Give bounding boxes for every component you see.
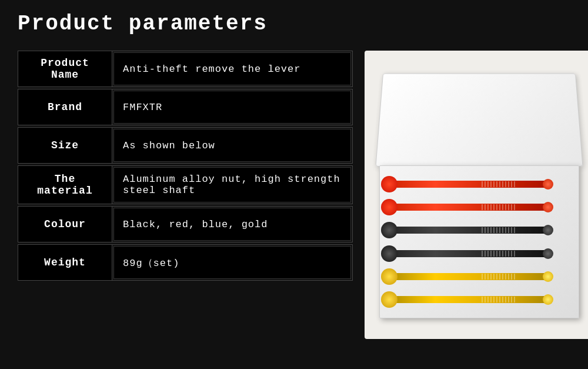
page-title: Product parameters — [18, 12, 570, 36]
lever-row-red — [386, 175, 573, 193]
image-section — [365, 51, 588, 357]
lever-row-red2 — [386, 198, 573, 216]
label-cell-weight: Weight — [18, 245, 112, 280]
lever-black2 — [386, 250, 550, 257]
table-row-colour: ColourBlack, red, blue, gold — [18, 206, 353, 242]
label-text-size: Size — [51, 139, 79, 151]
label-cell-material: The material — [18, 166, 112, 204]
value-text-material: Aluminum alloy nut, high strength steel … — [123, 174, 342, 196]
lever-red — [386, 181, 550, 188]
value-cell-material: Aluminum alloy nut, high strength steel … — [113, 167, 351, 202]
spring-detail-red2 — [480, 204, 515, 210]
box-lid — [375, 74, 583, 167]
label-text-brand: Brand — [48, 101, 82, 113]
label-cell-brand: Brand — [18, 89, 112, 125]
table-row-brand: BrandFMFXTR — [18, 89, 353, 125]
value-cell-product-name: Anti-theft remove the lever — [113, 52, 351, 85]
spring-detail-red — [480, 181, 515, 187]
label-cell-colour: Colour — [18, 207, 112, 242]
label-text-weight: Weight — [44, 257, 86, 268]
spring-detail-black2 — [480, 251, 515, 257]
value-cell-colour: Black, red, blue, gold — [113, 208, 351, 241]
spring-detail-black — [480, 227, 515, 233]
label-cell-product-name: Product Name — [18, 51, 112, 87]
page-container: Product parameters Product NameAnti-thef… — [0, 0, 588, 369]
product-box — [373, 59, 585, 330]
lever-row-gold2 — [386, 291, 573, 309]
value-text-size: As shown below — [123, 140, 215, 151]
table-row-size: SizeAs shown below — [18, 127, 353, 164]
value-text-product-name: Anti-theft remove the lever — [123, 64, 300, 75]
content-area: Product NameAnti-theft remove the leverB… — [18, 51, 570, 357]
value-text-brand: FMFXTR — [123, 102, 162, 113]
product-image-container — [365, 51, 588, 339]
lever-row-gold — [386, 267, 573, 285]
lever-gold — [386, 273, 550, 280]
value-cell-size: As shown below — [113, 129, 351, 162]
lever-gold2 — [386, 296, 550, 303]
lever-red2 — [386, 204, 550, 211]
value-text-weight: 89g（set) — [123, 256, 179, 270]
label-text-material: The material — [24, 173, 106, 197]
label-cell-size: Size — [18, 128, 112, 163]
lever-row-black2 — [386, 244, 573, 262]
value-cell-brand: FMFXTR — [113, 91, 351, 124]
table-row-product-name: Product NameAnti-theft remove the lever — [18, 51, 353, 87]
label-text-colour: Colour — [44, 218, 86, 230]
lever-black — [386, 227, 550, 234]
spring-detail-gold — [480, 274, 515, 280]
box-main — [379, 165, 579, 318]
value-cell-weight: 89g（set) — [113, 246, 351, 279]
spring-detail-gold2 — [480, 297, 515, 302]
table-row-weight: Weight89g（set) — [18, 244, 353, 281]
value-text-colour: Black, red, blue, gold — [123, 219, 268, 230]
label-text-product-name: Product Name — [24, 57, 106, 81]
parameters-table: Product NameAnti-theft remove the leverB… — [18, 51, 353, 357]
table-row-material: The materialAluminum alloy nut, high str… — [18, 165, 353, 204]
lever-row-black — [386, 221, 573, 240]
